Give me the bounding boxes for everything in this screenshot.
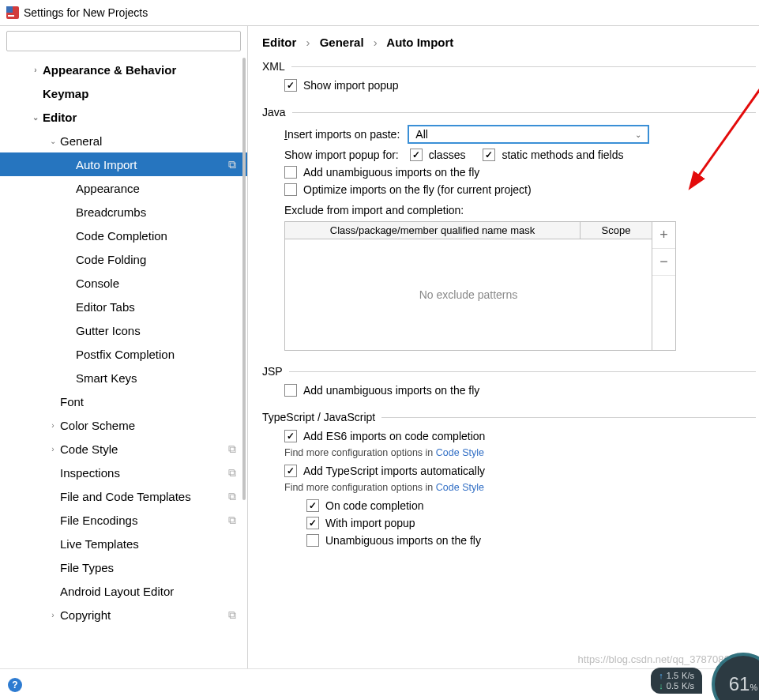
section-ts: TypeScript / JavaScript Add ES6 imports … (262, 411, 756, 547)
sidebar-item-editor[interactable]: ⌄Editor (0, 105, 247, 129)
sidebar-item-label: Postfix Completion (76, 348, 175, 361)
xml-show-import-popup[interactable]: Show import popup (284, 79, 756, 92)
checkbox-icon[interactable] (284, 430, 297, 442)
insert-imports-select[interactable]: All ⌄ (408, 125, 649, 144)
sidebar-item-code-completion[interactable]: Code Completion (0, 224, 247, 247)
code-style-link[interactable]: Code Style (436, 482, 484, 493)
sidebar-item-label: Inspections (60, 466, 120, 480)
scrollbar-thumb[interactable] (242, 58, 246, 500)
sidebar-item-file-types[interactable]: File Types (0, 555, 247, 579)
static-checkbox[interactable]: static methods and fields (483, 149, 623, 161)
chevron-right-icon: › (306, 36, 310, 49)
sidebar-item-file-and-code-templates[interactable]: File and Code Templates⧉ (0, 484, 247, 508)
sidebar-item-code-folding[interactable]: Code Folding (0, 247, 247, 271)
copy-icon: ⧉ (228, 514, 236, 527)
sidebar-item-label: Android Layout Editor (60, 585, 174, 598)
section-title-jsp: JSP (262, 365, 283, 378)
checkbox-icon[interactable] (410, 149, 423, 161)
copy-icon: ⧉ (228, 442, 236, 456)
svg-rect-2 (8, 15, 14, 17)
sidebar-item-label: General (60, 134, 102, 148)
insert-imports-label: Insert imports on paste: (284, 128, 400, 141)
ts-with-import-popup[interactable]: With import popup (306, 517, 756, 529)
ts-add-ts-imports[interactable]: Add TypeScript imports automatically (284, 465, 756, 477)
sidebar-item-gutter-icons[interactable]: Gutter Icons (0, 318, 247, 342)
chevron-right-icon: › (28, 66, 43, 74)
sidebar-item-appearance[interactable]: Appearance (0, 176, 247, 200)
exclude-table[interactable]: Class/package/member qualified name mask… (284, 221, 652, 351)
sidebar-item-label: Font (60, 395, 84, 408)
sidebar-item-label: Live Templates (60, 537, 139, 551)
chevron-right-icon: › (46, 445, 60, 453)
exclude-col-mask[interactable]: Class/package/member qualified name mask (285, 222, 581, 239)
watermark-text: https://blog.csdn.net/qq_37870869 (578, 653, 736, 665)
java-add-unambiguous[interactable]: Add unambiguous imports on the fly (284, 166, 756, 179)
copy-icon: ⧉ (228, 608, 236, 622)
ts-hint-2: Find more configuration options in Code … (284, 482, 756, 493)
remove-button[interactable]: − (652, 249, 675, 276)
sidebar-item-label: File Types (60, 561, 114, 574)
chevron-right-icon: › (46, 421, 60, 430)
sidebar-item-font[interactable]: Font (0, 390, 247, 413)
sidebar-item-breadcrumbs[interactable]: Breadcrumbs (0, 200, 247, 224)
checkbox-icon[interactable] (284, 183, 297, 196)
checkbox-icon[interactable] (483, 149, 495, 161)
sidebar-item-copyright[interactable]: ›Copyright⧉ (0, 603, 247, 627)
sidebar-item-android-layout-editor[interactable]: Android Layout Editor (0, 579, 247, 603)
exclude-label: Exclude from import and completion: (284, 204, 756, 216)
sidebar-item-console[interactable]: Console (0, 271, 247, 295)
sidebar-item-label: Code Style (60, 442, 118, 456)
code-style-link[interactable]: Code Style (436, 447, 484, 458)
sidebar-item-code-style[interactable]: ›Code Style⧉ (0, 437, 247, 461)
jsp-add-unambiguous[interactable]: Add unambiguous imports on the fly (284, 384, 756, 397)
java-optimize-imports[interactable]: Optimize imports on the fly (for current… (284, 183, 756, 196)
footer: ? (0, 668, 759, 700)
title-bar: Settings for New Projects (0, 0, 759, 25)
sidebar-item-label: Code Completion (76, 229, 167, 243)
sidebar-item-postfix-completion[interactable]: Postfix Completion (0, 342, 247, 366)
checkbox-icon[interactable] (284, 465, 297, 477)
breadcrumb-editor[interactable]: Editor (262, 36, 296, 49)
add-button[interactable]: + (652, 222, 675, 249)
settings-tree[interactable]: ›Appearance & BehaviorKeymap⌄Editor⌄Gene… (0, 56, 247, 668)
chevron-down-icon: ⌄ (635, 130, 641, 139)
breadcrumb-general[interactable]: General (320, 36, 364, 49)
ts-on-code-completion[interactable]: On code completion (306, 499, 756, 512)
exclude-col-scope[interactable]: Scope (581, 222, 652, 239)
section-java: Java Insert imports on paste: All ⌄ Show… (262, 106, 756, 351)
ts-hint-1: Find more configuration options in Code … (284, 447, 756, 458)
classes-checkbox[interactable]: classes (410, 149, 466, 161)
sidebar-item-keymap[interactable]: Keymap (0, 81, 247, 105)
checkbox-icon[interactable] (284, 384, 297, 397)
copy-icon: ⧉ (228, 490, 236, 503)
sidebar-item-editor-tabs[interactable]: Editor Tabs (0, 295, 247, 318)
section-title-xml: XML (262, 60, 285, 73)
chevron-down-icon: ⌄ (46, 137, 60, 145)
sidebar-item-auto-import[interactable]: Auto Import⧉ (0, 152, 247, 176)
checkbox-icon[interactable] (306, 499, 319, 512)
sidebar-item-label: Editor (43, 111, 77, 124)
sidebar-item-appearance-behavior[interactable]: ›Appearance & Behavior (0, 58, 247, 81)
sidebar-item-label: Breadcrumbs (76, 205, 146, 219)
show-popup-for-label: Show import popup for: (284, 149, 399, 161)
checkbox-icon[interactable] (306, 534, 319, 547)
settings-sidebar: 🔍 ▾ ›Appearance & BehaviorKeymap⌄Editor⌄… (0, 26, 248, 668)
ts-unambiguous-on-fly[interactable]: Unambiguous imports on the fly (306, 534, 756, 547)
settings-search[interactable]: 🔍 ▾ (6, 31, 241, 51)
sidebar-item-live-templates[interactable]: Live Templates (0, 532, 247, 555)
sidebar-item-label: Code Folding (76, 253, 146, 266)
ts-es6-imports[interactable]: Add ES6 imports on code completion (284, 430, 756, 442)
sidebar-item-inspections[interactable]: Inspections⧉ (0, 461, 247, 484)
help-icon[interactable]: ? (8, 678, 22, 692)
section-xml: XML Show import popup (262, 60, 756, 92)
checkbox-icon[interactable] (306, 517, 319, 529)
sidebar-item-file-encodings[interactable]: File Encodings⧉ (0, 508, 247, 532)
checkbox-icon[interactable] (284, 166, 297, 179)
sidebar-item-smart-keys[interactable]: Smart Keys (0, 366, 247, 390)
sidebar-item-general[interactable]: ⌄General (0, 129, 247, 152)
sidebar-item-label: Auto Import (76, 158, 137, 171)
settings-content: Editor › General › Auto Import XML Show … (248, 26, 759, 668)
checkbox-icon[interactable] (284, 79, 297, 92)
search-input[interactable] (6, 31, 241, 51)
sidebar-item-color-scheme[interactable]: ›Color Scheme (0, 413, 247, 437)
